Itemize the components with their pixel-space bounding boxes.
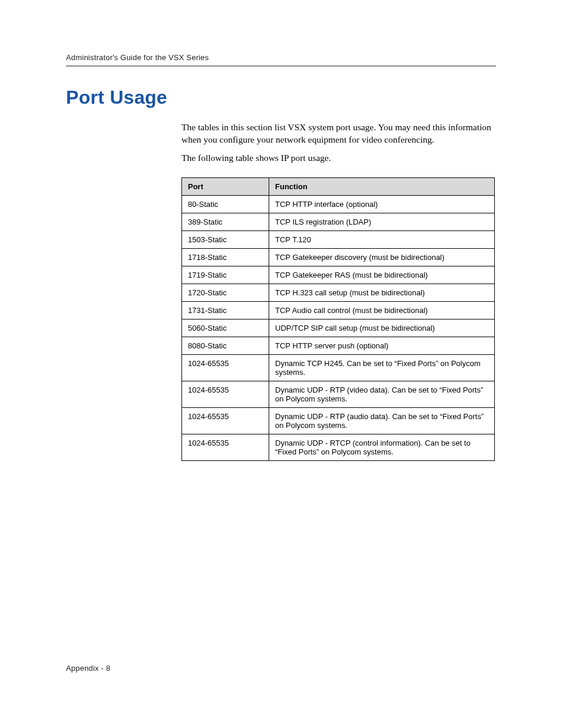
cell-function: UDP/TCP SIP call setup (must be bidirect… — [269, 319, 495, 337]
cell-function: TCP HTTP interface (optional) — [269, 195, 495, 213]
table-row: 5060-StaticUDP/TCP SIP call setup (must … — [182, 319, 495, 337]
table-row: 389-StaticTCP ILS registration (LDAP) — [182, 213, 495, 230]
table-header-row: Port Function — [182, 177, 495, 195]
table-row: 1024-65535Dynamic TCP H245. Can be set t… — [182, 354, 495, 381]
table-row: 1719-StaticTCP Gatekeeper RAS (must be b… — [182, 266, 495, 284]
table-row: 80-StaticTCP HTTP interface (optional) — [182, 195, 495, 213]
table-row: 1024-65535Dynamic UDP - RTP (audio data)… — [182, 407, 495, 434]
table-row: 1720-StaticTCP H.323 call setup (must be… — [182, 284, 495, 301]
cell-function: Dynamic UDP - RTP (audio data). Can be s… — [269, 407, 495, 434]
cell-port: 1731-Static — [182, 301, 269, 319]
cell-function: TCP T.120 — [269, 230, 495, 248]
cell-port: 1719-Static — [182, 266, 269, 284]
cell-port: 1718-Static — [182, 248, 269, 266]
cell-function: Dynamic UDP - RTP (video data). Can be s… — [269, 381, 495, 407]
section-title: Port Usage — [66, 87, 496, 108]
table-row: 1024-65535Dynamic UDP - RTP (video data)… — [182, 381, 495, 407]
cell-function: TCP Audio call control (must be bidirect… — [269, 301, 495, 319]
cell-function: TCP Gatekeeper RAS (must be bidirectiona… — [269, 266, 495, 284]
table-row: 1024-65535Dynamic UDP - RTCP (control in… — [182, 434, 495, 460]
cell-port: 1024-65535 — [182, 381, 269, 407]
port-usage-table: Port Function 80-StaticTCP HTTP interfac… — [181, 177, 495, 461]
column-header-port: Port — [182, 177, 269, 195]
table-row: 1731-StaticTCP Audio call control (must … — [182, 301, 495, 319]
cell-port: 1503-Static — [182, 230, 269, 248]
intro-paragraph-1: The tables in this section list VSX syst… — [181, 121, 496, 146]
cell-function: TCP ILS registration (LDAP) — [269, 213, 495, 230]
cell-function: Dynamic UDP - RTCP (control information)… — [269, 434, 495, 460]
cell-port: 5060-Static — [182, 319, 269, 337]
cell-function: Dynamic TCP H245. Can be set to “Fixed P… — [269, 354, 495, 381]
cell-port: 1024-65535 — [182, 354, 269, 381]
table-row: 1503-StaticTCP T.120 — [182, 230, 495, 248]
table-row: 8080-StaticTCP HTTP server push (optiona… — [182, 337, 495, 354]
cell-port: 1720-Static — [182, 284, 269, 301]
cell-port: 80-Static — [182, 195, 269, 213]
intro-paragraph-2: The following table shows IP port usage. — [181, 152, 496, 164]
cell-function: TCP H.323 call setup (must be bidirectio… — [269, 284, 495, 301]
column-header-function: Function — [269, 177, 495, 195]
cell-port: 389-Static — [182, 213, 269, 230]
table-row: 1718-StaticTCP Gatekeeper discovery (mus… — [182, 248, 495, 266]
cell-port: 8080-Static — [182, 337, 269, 354]
cell-function: TCP Gatekeeper discovery (must be bidire… — [269, 248, 495, 266]
running-header: Administrator's Guide for the VSX Series — [66, 53, 496, 67]
page-footer: Appendix - 8 — [66, 664, 110, 673]
cell-function: TCP HTTP server push (optional) — [269, 337, 495, 354]
cell-port: 1024-65535 — [182, 434, 269, 460]
cell-port: 1024-65535 — [182, 407, 269, 434]
body-content: The tables in this section list VSX syst… — [181, 121, 496, 461]
